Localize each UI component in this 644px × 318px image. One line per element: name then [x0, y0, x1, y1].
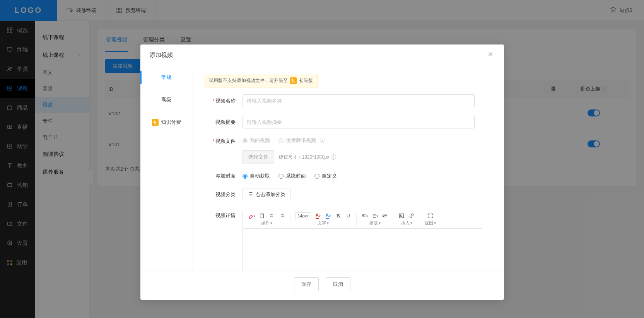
- file-size-hint: 建议尺寸：1920*1080pxi: [279, 154, 337, 161]
- eraser-icon[interactable]: ▾: [248, 212, 255, 219]
- paste-icon[interactable]: [258, 212, 265, 219]
- add-category-label: 点击添加分类: [255, 191, 285, 198]
- save-button[interactable]: 保存: [294, 277, 319, 291]
- undo-icon[interactable]: [268, 212, 275, 219]
- cancel-button[interactable]: 取消: [326, 277, 350, 291]
- upgrade-alert: 试用版不支持添加视频文件，请升级至 初 初级版: [204, 74, 318, 87]
- text-color-icon[interactable]: A▾: [314, 212, 321, 219]
- video-summary-input[interactable]: [243, 116, 475, 128]
- modal-header: 添加视频 ✕: [140, 44, 504, 66]
- indent-icon[interactable]: [381, 212, 388, 219]
- align-icon[interactable]: ▾: [361, 212, 368, 219]
- info-icon: i: [331, 154, 336, 160]
- editor-group-op: 操作▾: [261, 220, 272, 226]
- row-video-name: *视频名称: [204, 94, 493, 107]
- label-category: 视频分类: [204, 191, 243, 198]
- editor-group-view: 视图▾: [425, 220, 436, 226]
- list-ordered-icon[interactable]: ▾: [371, 212, 378, 219]
- row-cover: 添加封面 自动获取 系统封面 自定义: [204, 173, 493, 180]
- editor-group-text: 文字▾: [318, 220, 329, 226]
- vtab-paid[interactable]: 初知识付费: [140, 111, 193, 133]
- info-icon: i: [320, 138, 325, 143]
- row-video-summary: 视频摘要: [204, 116, 493, 128]
- fullscreen-icon[interactable]: [427, 212, 434, 219]
- row-category: 视频分类 点击添加分类: [204, 188, 493, 201]
- modal-footer: 保存 取消: [140, 272, 504, 300]
- select-file-button[interactable]: 选择文件: [243, 150, 274, 164]
- add-category-button[interactable]: 点击添加分类: [243, 188, 290, 201]
- svg-rect-24: [260, 214, 263, 218]
- add-video-modal: 添加视频 ✕ 常规 高级 初知识付费 试用版不支持添加视频文件，请升级至 初 初…: [140, 44, 504, 300]
- highlight-icon[interactable]: A▾: [325, 212, 331, 219]
- image-icon[interactable]: [398, 212, 405, 219]
- toolbar-divider: [290, 213, 290, 226]
- modal-vertical-tabs: 常规 高级 初知识付费: [140, 66, 193, 272]
- label-video-file: *视频文件: [204, 137, 243, 145]
- paid-badge: 初: [152, 119, 159, 126]
- label-video-summary: 视频摘要: [204, 119, 243, 126]
- vtab-advanced[interactable]: 高级: [140, 89, 193, 111]
- list-icon: [248, 191, 253, 198]
- editor-content[interactable]: [243, 229, 482, 272]
- row-video-file: *视频文件 我的视频 使用腾讯视频i 选择文件 建议尺寸：1920*1080px…: [204, 137, 493, 164]
- redo-icon[interactable]: [278, 212, 285, 219]
- link-icon[interactable]: [408, 212, 415, 219]
- editor-toolbar: ▾ 操作▾ 14px ▾: [243, 210, 482, 229]
- vtab-paid-label: 知识付费: [161, 119, 181, 126]
- label-video-name: *视频名称: [204, 97, 243, 104]
- row-detail: 视频详情 ▾ 操作▾: [204, 210, 493, 272]
- alert-badge: 初: [290, 77, 297, 84]
- alert-pre: 试用版不支持添加视频文件，请升级至: [209, 77, 288, 84]
- underline-icon[interactable]: U: [345, 212, 352, 219]
- video-name-input[interactable]: [243, 94, 475, 107]
- modal-form: 试用版不支持添加视频文件，请升级至 初 初级版 *视频名称 视频摘要 *视频文件: [193, 66, 504, 272]
- radio-my-video[interactable]: 我的视频: [243, 137, 270, 144]
- modal-overlay: 添加视频 ✕ 常规 高级 初知识付费 试用版不支持添加视频文件，请升级至 初 初…: [0, 0, 644, 318]
- editor-group-insert: 插入▾: [401, 220, 412, 226]
- svg-point-26: [400, 215, 401, 216]
- toolbar-divider: [420, 213, 420, 226]
- radio-cover-auto[interactable]: 自动获取: [243, 173, 270, 180]
- toolbar-divider: [393, 213, 393, 226]
- bold-icon[interactable]: B: [335, 212, 342, 219]
- close-icon[interactable]: ✕: [488, 52, 495, 59]
- radio-cover-custom[interactable]: 自定义: [314, 173, 337, 180]
- radio-tencent-video[interactable]: 使用腾讯视频i: [278, 137, 325, 144]
- modal-body: 常规 高级 初知识付费 试用版不支持添加视频文件，请升级至 初 初级版 *视频名…: [140, 66, 504, 272]
- alert-post: 初级版: [299, 77, 313, 84]
- editor-group-layout: 排版▾: [369, 220, 381, 226]
- radio-cover-system[interactable]: 系统封面: [278, 173, 306, 180]
- fontsize-selector[interactable]: 14px ▾: [295, 212, 312, 219]
- vtab-basic[interactable]: 常规: [140, 66, 193, 89]
- modal-title: 添加视频: [150, 51, 173, 59]
- label-cover: 添加封面: [204, 173, 243, 180]
- label-detail: 视频详情: [204, 210, 243, 219]
- toolbar-divider: [356, 213, 357, 226]
